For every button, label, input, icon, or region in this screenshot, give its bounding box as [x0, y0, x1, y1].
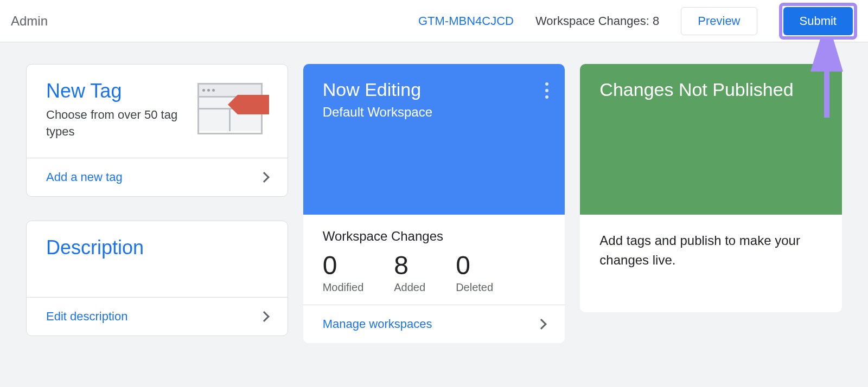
- new-tag-card: New Tag Choose from over 50 tag types Ad…: [26, 64, 288, 197]
- stat-added: 8 Added: [394, 250, 425, 294]
- header-right: GTM-MBN4CJCD Workspace Changes: 8 Previe…: [418, 3, 857, 40]
- new-tag-subtitle: Choose from over 50 tag types: [46, 107, 197, 140]
- workspace-menu-button[interactable]: [545, 82, 548, 99]
- new-tag-body: New Tag Choose from over 50 tag types: [27, 64, 288, 158]
- stat-modified-count: 0: [323, 250, 364, 280]
- now-editing-title: Now Editing: [323, 79, 546, 100]
- dashboard-content: New Tag Choose from over 50 tag types Ad…: [0, 42, 868, 365]
- add-new-tag-button[interactable]: Add a new tag: [27, 158, 288, 196]
- workspace-changes-count: Workspace Changes: 8: [535, 14, 659, 28]
- column-left: New Tag Choose from over 50 tag types Ad…: [26, 64, 288, 343]
- new-tag-title: New Tag: [46, 80, 197, 102]
- top-bar: Admin GTM-MBN4CJCD Workspace Changes: 8 …: [0, 0, 868, 42]
- manage-workspaces-button[interactable]: Manage workspaces: [303, 305, 565, 343]
- column-right: Changes Not Published Add tags and publi…: [580, 64, 842, 343]
- publish-status-card: Changes Not Published Add tags and publi…: [580, 64, 842, 312]
- submit-button[interactable]: Submit: [783, 7, 853, 35]
- tag-illustration-icon: [197, 83, 268, 137]
- description-title: Description: [46, 236, 268, 259]
- stat-modified-label: Modified: [323, 281, 364, 294]
- stat-deleted-label: Deleted: [456, 281, 493, 294]
- preview-button[interactable]: Preview: [681, 7, 757, 35]
- chevron-right-icon: [536, 319, 547, 330]
- now-editing-header: Now Editing Default Workspace: [303, 64, 565, 215]
- publish-status-body: Add tags and publish to make your change…: [580, 215, 842, 312]
- publish-status-title: Changes Not Published: [580, 64, 842, 215]
- workspace-changes-label: Workspace Changes: [323, 229, 546, 244]
- workspace-name: Default Workspace: [323, 105, 546, 120]
- submit-highlight: Submit: [779, 3, 857, 40]
- now-editing-stats: Workspace Changes 0 Modified 8 Added 0 D…: [303, 215, 565, 305]
- now-editing-card: Now Editing Default Workspace Workspace …: [303, 64, 565, 343]
- chevron-right-icon: [259, 172, 270, 183]
- edit-description-button[interactable]: Edit description: [27, 297, 288, 336]
- stat-deleted-count: 0: [456, 250, 493, 280]
- column-middle: Now Editing Default Workspace Workspace …: [303, 64, 565, 343]
- edit-description-label: Edit description: [46, 309, 127, 324]
- stat-added-label: Added: [394, 281, 425, 294]
- stat-deleted: 0 Deleted: [456, 250, 493, 294]
- admin-link[interactable]: Admin: [11, 14, 48, 29]
- chevron-right-icon: [259, 311, 270, 322]
- description-body: Description: [27, 221, 288, 297]
- container-id-link[interactable]: GTM-MBN4CJCD: [418, 14, 514, 28]
- stat-added-count: 8: [394, 250, 425, 280]
- add-new-tag-label: Add a new tag: [46, 170, 123, 184]
- description-card: Description Edit description: [26, 221, 288, 336]
- manage-workspaces-label: Manage workspaces: [323, 317, 432, 331]
- stat-modified: 0 Modified: [323, 250, 364, 294]
